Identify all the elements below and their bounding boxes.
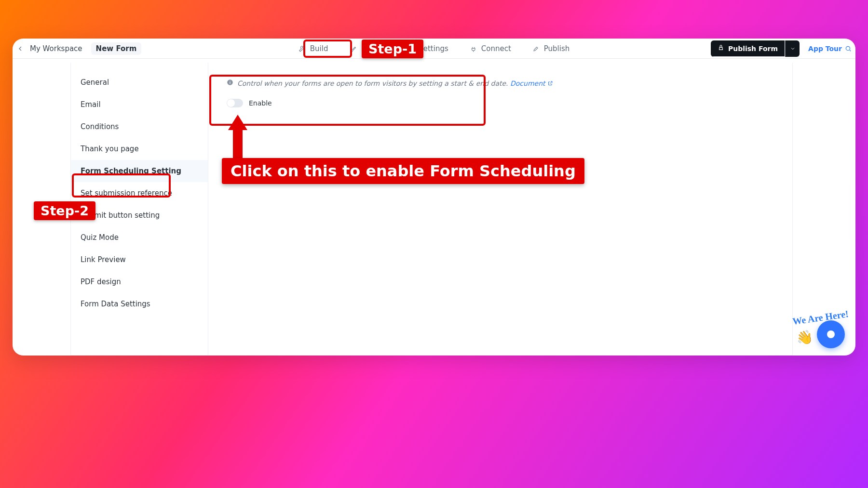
sidebar-item-email[interactable]: Email xyxy=(71,93,208,116)
search-icon xyxy=(845,45,852,52)
svg-point-1 xyxy=(846,46,850,50)
anno-label-step1: Step-1 xyxy=(362,40,423,58)
publish-form-dropdown[interactable] xyxy=(785,40,800,57)
sidebar-item-form-scheduling[interactable]: Form Scheduling Setting xyxy=(71,160,208,182)
anno-callout: Click on this to enable Form Scheduling xyxy=(222,158,584,184)
tap-icon xyxy=(718,44,724,53)
rocket-icon xyxy=(532,45,540,53)
tab-connect-label: Connect xyxy=(481,44,511,53)
info-text: Control when your forms are open to form… xyxy=(237,79,508,87)
svg-line-2 xyxy=(850,50,851,52)
publish-form-label: Publish Form xyxy=(728,45,778,53)
right-actions: Publish Form App Tour xyxy=(711,40,853,57)
app-tour-label: App Tour xyxy=(808,45,842,53)
document-link-label: Document xyxy=(510,79,545,87)
tabs: Build Design Settings Connect Publish xyxy=(288,39,580,59)
info-icon xyxy=(227,79,233,87)
document-link[interactable]: Document xyxy=(510,79,553,87)
tab-publish[interactable]: Publish xyxy=(522,39,580,59)
settings-main: Control when your forms are open to form… xyxy=(208,63,793,356)
svg-rect-5 xyxy=(230,81,230,81)
sidebar-item-general[interactable]: General xyxy=(71,71,208,93)
sidebar-item-thank-you[interactable]: Thank you page xyxy=(71,138,208,160)
external-link-icon xyxy=(547,80,553,86)
chevron-down-icon xyxy=(790,46,796,52)
plug-icon xyxy=(470,45,477,53)
app-tour-button[interactable]: App Tour xyxy=(807,42,853,55)
breadcrumb-form[interactable]: New Form xyxy=(91,42,142,55)
sidebar-item-pdf-design[interactable]: PDF design xyxy=(71,271,208,293)
sidebar-item-conditions[interactable]: Conditions xyxy=(71,116,208,138)
svg-rect-4 xyxy=(230,82,230,84)
wave-icon: 👋 xyxy=(795,328,814,347)
chat-widget: We Are Here! 👋 xyxy=(792,312,849,348)
enable-label: Enable xyxy=(249,99,272,107)
back-arrow-icon[interactable] xyxy=(14,43,26,54)
sidebar-item-form-data[interactable]: Form Data Settings xyxy=(71,293,208,315)
wrench-icon xyxy=(298,45,306,53)
settings-body: General Email Conditions Thank you page … xyxy=(70,63,793,356)
tab-build[interactable]: Build xyxy=(288,39,339,59)
tab-publish-label: Publish xyxy=(544,44,570,53)
breadcrumb: My Workspace New Form xyxy=(30,42,141,55)
publish-form-button-group: Publish Form xyxy=(711,40,800,57)
sidebar-item-link-preview[interactable]: Link Preview xyxy=(71,249,208,271)
sidebar-item-quiz-mode[interactable]: Quiz Mode xyxy=(71,226,208,249)
chat-button[interactable] xyxy=(817,320,845,348)
app-card: My Workspace New Form Build Design Setti… xyxy=(13,39,855,356)
publish-form-button[interactable]: Publish Form xyxy=(711,40,785,57)
topbar: My Workspace New Form Build Design Setti… xyxy=(13,39,855,59)
tab-connect[interactable]: Connect xyxy=(459,39,522,59)
anno-label-step2: Step-2 xyxy=(34,201,95,220)
breadcrumb-workspace[interactable]: My Workspace xyxy=(30,44,82,53)
toggle-knob xyxy=(227,99,235,107)
brush-icon xyxy=(349,45,357,53)
enable-toggle[interactable] xyxy=(227,99,243,107)
scheduling-info: Control when your forms are open to form… xyxy=(220,74,781,134)
chat-dot-icon xyxy=(827,330,835,338)
tab-build-label: Build xyxy=(310,44,328,53)
